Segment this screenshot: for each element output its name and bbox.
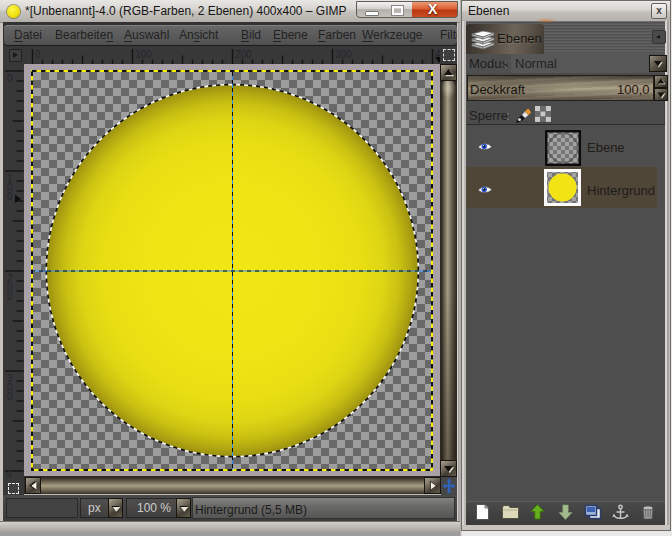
svg-text:200: 200 — [235, 49, 252, 60]
svg-text:100: 100 — [135, 49, 152, 60]
svg-text:0: 0 — [7, 291, 13, 302]
svg-text:0: 0 — [35, 49, 41, 60]
svg-text:300: 300 — [335, 49, 352, 60]
svg-text:0: 0 — [7, 73, 13, 84]
svg-text:0: 0 — [7, 391, 13, 402]
svg-text:0: 0 — [7, 191, 13, 202]
